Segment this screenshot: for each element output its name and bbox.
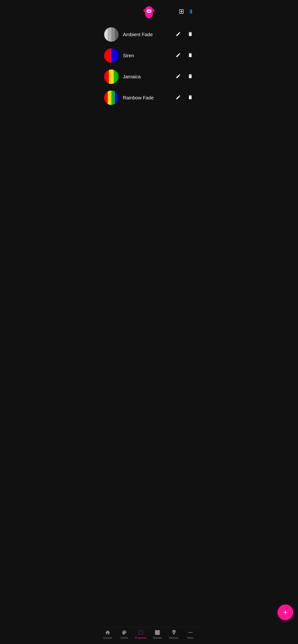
app-logo xyxy=(142,5,156,19)
program-actions xyxy=(175,94,194,102)
edit-icon[interactable] xyxy=(175,52,182,60)
bottom-navigation: Control Colors Programs Scenes Devices M… xyxy=(99,627,199,644)
svg-point-3 xyxy=(144,10,146,12)
svg-point-5 xyxy=(152,10,154,12)
jamaica-color-circle xyxy=(104,70,118,84)
edit-icon[interactable] xyxy=(175,94,182,102)
monkey-logo-icon xyxy=(142,5,156,19)
bluetooth-icon[interactable] xyxy=(188,8,194,15)
program-name: Ambient Fade xyxy=(123,32,175,38)
siren-color-circle xyxy=(104,48,118,63)
program-actions xyxy=(175,72,194,81)
tab-devices-label: Devices xyxy=(169,636,179,639)
login-icon[interactable] xyxy=(179,8,184,15)
programs-icon xyxy=(138,630,144,636)
tab-colors[interactable]: Colors xyxy=(117,630,131,639)
rainbow-fade-color-circle xyxy=(104,90,118,105)
tab-scenes-label: Scenes xyxy=(153,636,162,639)
tab-scenes[interactable]: Scenes xyxy=(150,630,165,639)
palette-icon xyxy=(121,630,127,636)
program-list: Ambient Fade Siren xyxy=(99,22,199,627)
delete-icon[interactable] xyxy=(187,30,194,39)
tab-programs-label: Programs xyxy=(135,636,146,639)
list-item[interactable]: Siren xyxy=(99,45,199,66)
edit-icon[interactable] xyxy=(175,72,182,81)
delete-icon[interactable] xyxy=(187,52,194,60)
list-item[interactable]: Rainbow Fade xyxy=(99,87,199,108)
program-name: Siren xyxy=(123,53,175,58)
program-actions xyxy=(175,30,194,39)
program-name: Jamaica xyxy=(123,74,175,80)
tab-devices[interactable]: Devices xyxy=(167,630,181,639)
svg-point-10 xyxy=(150,10,151,10)
tab-colors-label: Colors xyxy=(120,636,128,639)
list-item[interactable]: Ambient Fade xyxy=(99,24,199,45)
svg-point-12 xyxy=(148,11,149,12)
tab-control-label: Control xyxy=(103,636,112,639)
ambient-fade-color-circle xyxy=(104,27,118,42)
delete-icon[interactable] xyxy=(187,94,194,102)
home-icon xyxy=(105,630,111,636)
more-icon xyxy=(188,630,193,636)
svg-point-9 xyxy=(147,10,148,10)
header-actions xyxy=(179,8,194,15)
svg-point-13 xyxy=(149,11,150,12)
header xyxy=(99,0,199,22)
devices-icon xyxy=(171,630,177,636)
edit-icon[interactable] xyxy=(175,30,182,39)
program-name: Rainbow Fade xyxy=(123,95,175,100)
list-item[interactable]: Jamaica xyxy=(99,66,199,87)
tab-programs[interactable]: Programs xyxy=(134,630,148,639)
tab-control[interactable]: Control xyxy=(100,630,115,639)
program-actions xyxy=(175,52,194,60)
scenes-icon xyxy=(155,630,160,636)
delete-icon[interactable] xyxy=(187,72,194,81)
tab-more[interactable]: More xyxy=(183,630,198,639)
tab-more-label: More xyxy=(187,636,193,639)
